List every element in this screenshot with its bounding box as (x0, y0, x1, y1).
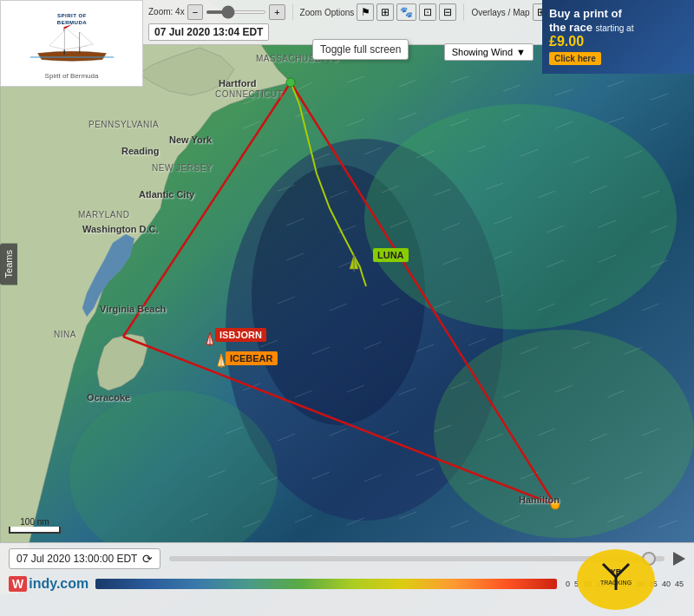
showing-wind-label: Showing Wind (452, 47, 513, 57)
zoom-slider[interactable] (206, 10, 266, 14)
map-svg (0, 0, 694, 616)
svg-text:BERMUDA: BERMUDA (56, 19, 86, 25)
toolbar: Zoom: 4x SPIRIT OF BERMUDA Spirit of Ber… (0, 0, 694, 74)
logo-ship: SPIRIT OF BERMUDA (20, 8, 124, 69)
zoom-plus-btn[interactable]: + (269, 4, 285, 20)
svg-point-119 (551, 501, 560, 509)
tracking-logo: YB TRACKING (573, 547, 685, 612)
svg-point-5 (69, 390, 278, 564)
scale-line (9, 527, 61, 534)
tooltip-text: Toggle full screen (320, 43, 401, 56)
ad-price: £9.00 (549, 34, 687, 49)
datetime-display: 07 Jul 2020 13:04 EDT (148, 23, 269, 41)
showing-wind-dropdown[interactable]: Showing Wind ▼ (444, 43, 534, 61)
clock-icon[interactable]: ⟳ (142, 552, 153, 566)
zoom-minus-btn[interactable]: − (187, 4, 203, 20)
ad-click-btn[interactable]: Click here (549, 52, 601, 65)
teams-button[interactable]: Teams (0, 243, 17, 285)
scale-label: 100 nm (9, 517, 61, 527)
overlays-label: Overlays / Map (471, 8, 529, 17)
flag-icon-btn[interactable]: ⚑ (357, 3, 374, 21)
zoom-group: Zoom: 4x − + (148, 4, 293, 20)
ad-title: Buy a print of the race starting at (549, 7, 687, 34)
zoom-options-label: Zoom Options (300, 8, 355, 17)
windy-w-icon: W (9, 576, 27, 592)
svg-marker-127 (79, 32, 93, 48)
logo-box: Zoom: 4x SPIRIT OF BERMUDA Spirit of Ber… (0, 0, 143, 87)
time-display: 07 Jul 2020 13:00:00 EDT ⟳ (9, 548, 160, 569)
svg-point-120 (286, 78, 295, 87)
crosshair-btn[interactable]: ⊡ (419, 3, 436, 21)
expand-btn[interactable]: ⊟ (439, 3, 456, 21)
svg-text:SPIRIT OF: SPIRIT OF (57, 11, 87, 17)
color-scale-bar (95, 579, 557, 589)
scale-bar: 100 nm (9, 517, 61, 534)
svg-marker-125 (49, 30, 64, 49)
chevron-down-icon: ▼ (516, 47, 526, 57)
tracking-svg: YB TRACKING (573, 547, 685, 612)
svg-point-3 (364, 104, 677, 330)
ad-box[interactable]: Buy a print of the race starting at £9.0… (542, 0, 694, 74)
tooltip-box: Toggle full screen (312, 39, 409, 60)
windy-text: indy.com (29, 576, 88, 592)
logo-subtitle: Spirit of Bermuda (20, 72, 124, 80)
plus-square-btn[interactable]: ⊞ (376, 3, 394, 21)
windy-logo: W indy.com (9, 576, 88, 592)
person-btn[interactable]: 🐾 (396, 3, 416, 21)
svg-point-4 (434, 330, 694, 538)
time-text: 07 Jul 2020 13:00:00 EDT (16, 553, 137, 565)
zoom-label: Zoom: 4x (148, 7, 185, 16)
zoom-options-group: Zoom Options ⚑ ⊞ 🐾 ⊡ ⊟ (300, 3, 465, 21)
ad-starting-at: starting at (596, 23, 634, 33)
